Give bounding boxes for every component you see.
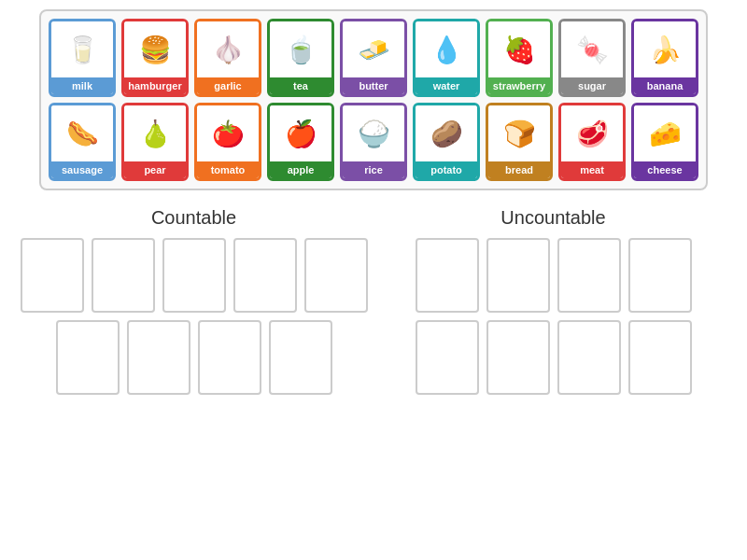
food-img-garlic: 🧄 <box>194 21 261 77</box>
food-img-strawberry: 🍓 <box>486 21 553 77</box>
food-card-cheese[interactable]: 🧀cheese <box>631 103 698 181</box>
food-img-cheese: 🧀 <box>631 105 698 161</box>
food-card-potato[interactable]: 🥔potato <box>413 103 480 181</box>
food-img-milk: 🥛 <box>49 21 116 77</box>
food-label-meat: meat <box>561 161 623 178</box>
drop-slot[interactable] <box>233 238 297 313</box>
countable-title: Countable <box>151 207 236 229</box>
drop-slot[interactable] <box>416 238 479 313</box>
food-card-water[interactable]: 💧water <box>413 19 480 97</box>
food-img-pear: 🍐 <box>121 105 189 161</box>
food-img-sausage: 🌭 <box>49 105 116 161</box>
drop-slot[interactable] <box>56 320 120 395</box>
drop-slot[interactable] <box>557 238 621 313</box>
food-label-potato: potato <box>416 161 477 178</box>
food-label-bread: bread <box>488 161 550 178</box>
drop-slot[interactable] <box>21 238 84 313</box>
drop-slot[interactable] <box>416 320 479 395</box>
food-card-meat[interactable]: 🥩meat <box>558 103 626 181</box>
food-grid-container: 🥛milk🍔hamburger🧄garlic🍵tea🧈butter💧water🍓… <box>39 9 708 190</box>
drop-slot[interactable] <box>162 238 226 313</box>
food-card-strawberry[interactable]: 🍓strawberry <box>486 19 553 97</box>
food-card-milk[interactable]: 🥛milk <box>49 19 116 97</box>
food-label-tomato: tomato <box>197 161 259 178</box>
drop-slot[interactable] <box>304 238 368 313</box>
food-img-water: 💧 <box>413 21 480 77</box>
food-label-rice: rice <box>343 161 404 178</box>
food-img-rice: 🍚 <box>340 105 407 161</box>
food-label-tea: tea <box>270 77 331 94</box>
food-card-bread[interactable]: 🍞bread <box>486 103 553 181</box>
countable-col: Countable <box>19 207 369 395</box>
food-card-pear[interactable]: 🍐pear <box>121 103 189 181</box>
food-label-sugar: sugar <box>561 77 623 94</box>
food-card-butter[interactable]: 🧈butter <box>340 19 407 97</box>
countable-drop-area <box>19 238 369 395</box>
food-label-water: water <box>416 77 477 94</box>
drop-slot[interactable] <box>269 320 332 395</box>
food-img-tomato: 🍅 <box>194 105 261 161</box>
food-label-milk: milk <box>51 77 113 94</box>
drop-row <box>416 320 692 395</box>
food-card-banana[interactable]: 🍌banana <box>631 19 698 97</box>
food-label-butter: butter <box>343 77 404 94</box>
drop-slot[interactable] <box>92 238 155 313</box>
food-img-sugar: 🍬 <box>558 21 626 77</box>
food-label-sausage: sausage <box>51 161 113 178</box>
food-label-hamburger: hamburger <box>124 77 186 94</box>
food-card-tea[interactable]: 🍵tea <box>267 19 334 97</box>
drop-slot[interactable] <box>557 320 621 395</box>
food-label-garlic: garlic <box>197 77 259 94</box>
drop-slot[interactable] <box>628 320 692 395</box>
drop-slot[interactable] <box>127 320 190 395</box>
food-card-sausage[interactable]: 🌭sausage <box>49 103 116 181</box>
food-card-sugar[interactable]: 🍬sugar <box>558 19 626 97</box>
food-img-meat: 🥩 <box>558 105 626 161</box>
food-label-banana: banana <box>634 77 696 94</box>
drop-row <box>56 320 332 395</box>
drop-slot[interactable] <box>486 320 550 395</box>
food-img-butter: 🧈 <box>340 21 407 77</box>
drop-slot[interactable] <box>486 238 550 313</box>
food-img-banana: 🍌 <box>631 21 698 77</box>
food-card-rice[interactable]: 🍚rice <box>340 103 407 181</box>
food-label-strawberry: strawberry <box>488 77 550 94</box>
uncountable-drop-area <box>378 238 728 395</box>
drop-slot[interactable] <box>198 320 261 395</box>
uncountable-title: Uncountable <box>500 207 605 229</box>
food-label-pear: pear <box>124 161 186 178</box>
food-row: 🌭sausage🍐pear🍅tomato🍎apple🍚rice🥔potato🍞b… <box>49 103 698 181</box>
food-card-apple[interactable]: 🍎apple <box>267 103 334 181</box>
food-img-bread: 🍞 <box>486 105 553 161</box>
food-img-tea: 🍵 <box>267 21 334 77</box>
food-row: 🥛milk🍔hamburger🧄garlic🍵tea🧈butter💧water🍓… <box>49 19 698 97</box>
drop-slot[interactable] <box>628 238 692 313</box>
food-img-apple: 🍎 <box>267 105 334 161</box>
food-label-apple: apple <box>270 161 331 178</box>
food-card-garlic[interactable]: 🧄garlic <box>194 19 261 97</box>
drop-row <box>21 238 368 313</box>
drop-row <box>416 238 692 313</box>
uncountable-col: Uncountable <box>378 207 728 395</box>
food-card-hamburger[interactable]: 🍔hamburger <box>121 19 189 97</box>
food-img-potato: 🥔 <box>413 105 480 161</box>
food-label-cheese: cheese <box>634 161 696 178</box>
food-img-hamburger: 🍔 <box>121 21 189 77</box>
categories-section: Countable Uncountable <box>19 207 728 395</box>
food-card-tomato[interactable]: 🍅tomato <box>194 103 261 181</box>
